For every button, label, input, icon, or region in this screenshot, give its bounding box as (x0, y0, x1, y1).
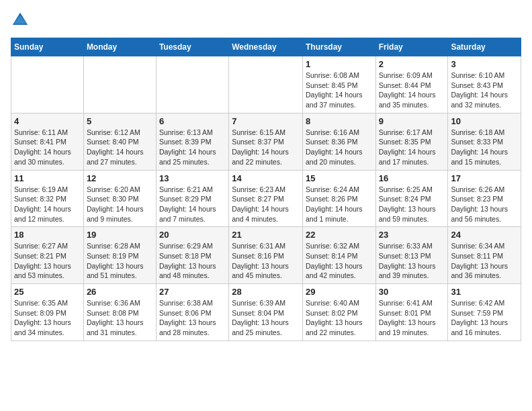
header-monday: Monday (83, 38, 156, 56)
day-detail: Sunrise: 6:27 AM Sunset: 8:21 PM Dayligh… (14, 241, 81, 281)
day-detail: Sunrise: 6:25 AM Sunset: 8:24 PM Dayligh… (379, 185, 445, 224)
calendar-cell: 26Sunrise: 6:36 AM Sunset: 8:08 PM Dayli… (83, 284, 156, 341)
day-detail: Sunrise: 6:41 AM Sunset: 8:01 PM Dayligh… (379, 298, 445, 338)
day-detail: Sunrise: 6:20 AM Sunset: 8:30 PM Dayligh… (87, 185, 153, 224)
calendar-cell: 28Sunrise: 6:39 AM Sunset: 8:04 PM Dayli… (229, 284, 303, 341)
calendar-cell: 2Sunrise: 6:09 AM Sunset: 8:44 PM Daylig… (375, 56, 448, 113)
day-number: 4 (14, 116, 81, 126)
day-number: 31 (451, 287, 518, 297)
calendar-cell: 7Sunrise: 6:15 AM Sunset: 8:37 PM Daylig… (229, 113, 303, 170)
calendar-cell: 3Sunrise: 6:10 AM Sunset: 8:43 PM Daylig… (448, 56, 521, 113)
calendar-cell: 24Sunrise: 6:34 AM Sunset: 8:11 PM Dayli… (448, 227, 521, 284)
day-detail: Sunrise: 6:32 AM Sunset: 8:14 PM Dayligh… (306, 241, 373, 281)
day-detail: Sunrise: 6:42 AM Sunset: 7:59 PM Dayligh… (451, 298, 518, 338)
calendar-body: 1Sunrise: 6:08 AM Sunset: 8:45 PM Daylig… (11, 56, 521, 341)
week-row-1: 4Sunrise: 6:11 AM Sunset: 8:41 PM Daylig… (11, 113, 521, 170)
calendar-cell: 6Sunrise: 6:13 AM Sunset: 8:39 PM Daylig… (156, 113, 228, 170)
day-number: 29 (306, 287, 373, 297)
day-number: 17 (451, 173, 518, 183)
header-thursday: Thursday (302, 38, 375, 56)
day-number: 7 (232, 116, 300, 126)
day-number: 23 (379, 230, 445, 240)
day-detail: Sunrise: 6:29 AM Sunset: 8:18 PM Dayligh… (159, 241, 226, 281)
day-detail: Sunrise: 6:17 AM Sunset: 8:35 PM Dayligh… (379, 128, 445, 167)
day-detail: Sunrise: 6:26 AM Sunset: 8:23 PM Dayligh… (451, 185, 518, 224)
calendar-cell: 20Sunrise: 6:29 AM Sunset: 8:18 PM Dayli… (156, 227, 228, 284)
day-detail: Sunrise: 6:21 AM Sunset: 8:29 PM Dayligh… (159, 185, 226, 224)
header-friday: Friday (375, 38, 448, 56)
day-detail: Sunrise: 6:34 AM Sunset: 8:11 PM Dayligh… (451, 241, 518, 281)
day-detail: Sunrise: 6:31 AM Sunset: 8:16 PM Dayligh… (232, 241, 300, 281)
day-number: 1 (306, 59, 373, 69)
day-number: 8 (306, 116, 373, 126)
day-number: 12 (87, 173, 153, 183)
calendar-cell: 11Sunrise: 6:19 AM Sunset: 8:32 PM Dayli… (11, 170, 84, 227)
day-detail: Sunrise: 6:23 AM Sunset: 8:27 PM Dayligh… (232, 185, 300, 224)
calendar-cell: 12Sunrise: 6:20 AM Sunset: 8:30 PM Dayli… (83, 170, 156, 227)
calendar-cell: 25Sunrise: 6:35 AM Sunset: 8:09 PM Dayli… (11, 284, 84, 341)
calendar-cell: 29Sunrise: 6:40 AM Sunset: 8:02 PM Dayli… (302, 284, 375, 341)
day-number: 26 (87, 287, 153, 297)
calendar-cell: 21Sunrise: 6:31 AM Sunset: 8:16 PM Dayli… (229, 227, 303, 284)
calendar-cell: 17Sunrise: 6:26 AM Sunset: 8:23 PM Dayli… (448, 170, 521, 227)
calendar-cell: 19Sunrise: 6:28 AM Sunset: 8:19 PM Dayli… (83, 227, 156, 284)
calendar-cell (11, 56, 84, 113)
day-detail: Sunrise: 6:28 AM Sunset: 8:19 PM Dayligh… (87, 241, 153, 281)
header-tuesday: Tuesday (156, 38, 228, 56)
svg-marker-1 (13, 15, 27, 24)
calendar-cell: 9Sunrise: 6:17 AM Sunset: 8:35 PM Daylig… (375, 113, 448, 170)
page-header (11, 11, 521, 30)
calendar-cell: 15Sunrise: 6:24 AM Sunset: 8:26 PM Dayli… (302, 170, 375, 227)
header-wednesday: Wednesday (229, 38, 303, 56)
calendar-cell (229, 56, 303, 113)
day-number: 27 (159, 287, 226, 297)
day-number: 11 (14, 173, 81, 183)
day-number: 14 (232, 173, 300, 183)
day-detail: Sunrise: 6:19 AM Sunset: 8:32 PM Dayligh… (14, 185, 81, 224)
day-detail: Sunrise: 6:11 AM Sunset: 8:41 PM Dayligh… (14, 128, 81, 167)
calendar-cell: 18Sunrise: 6:27 AM Sunset: 8:21 PM Dayli… (11, 227, 84, 284)
calendar-table: SundayMondayTuesdayWednesdayThursdayFrid… (11, 38, 521, 341)
week-row-0: 1Sunrise: 6:08 AM Sunset: 8:45 PM Daylig… (11, 56, 521, 113)
calendar-cell: 16Sunrise: 6:25 AM Sunset: 8:24 PM Dayli… (375, 170, 448, 227)
day-detail: Sunrise: 6:16 AM Sunset: 8:36 PM Dayligh… (306, 128, 373, 167)
day-number: 15 (306, 173, 373, 183)
calendar-cell: 5Sunrise: 6:12 AM Sunset: 8:40 PM Daylig… (83, 113, 156, 170)
calendar-cell: 10Sunrise: 6:18 AM Sunset: 8:33 PM Dayli… (448, 113, 521, 170)
calendar-cell: 13Sunrise: 6:21 AM Sunset: 8:29 PM Dayli… (156, 170, 228, 227)
day-number: 16 (379, 173, 445, 183)
day-detail: Sunrise: 6:09 AM Sunset: 8:44 PM Dayligh… (379, 71, 445, 110)
day-number: 24 (451, 230, 518, 240)
header-row: SundayMondayTuesdayWednesdayThursdayFrid… (11, 38, 521, 56)
calendar-cell: 30Sunrise: 6:41 AM Sunset: 8:01 PM Dayli… (375, 284, 448, 341)
day-number: 9 (379, 116, 445, 126)
logo-icon (11, 11, 30, 30)
day-detail: Sunrise: 6:38 AM Sunset: 8:06 PM Dayligh… (159, 298, 226, 338)
day-number: 3 (451, 59, 518, 69)
day-detail: Sunrise: 6:10 AM Sunset: 8:43 PM Dayligh… (451, 71, 518, 110)
calendar-cell: 27Sunrise: 6:38 AM Sunset: 8:06 PM Dayli… (156, 284, 228, 341)
day-detail: Sunrise: 6:40 AM Sunset: 8:02 PM Dayligh… (306, 298, 373, 338)
day-number: 25 (14, 287, 81, 297)
day-number: 5 (87, 116, 153, 126)
calendar-cell (156, 56, 228, 113)
day-number: 10 (451, 116, 518, 126)
calendar-cell: 23Sunrise: 6:33 AM Sunset: 8:13 PM Dayli… (375, 227, 448, 284)
week-row-4: 25Sunrise: 6:35 AM Sunset: 8:09 PM Dayli… (11, 284, 521, 341)
day-number: 2 (379, 59, 445, 69)
day-number: 6 (159, 116, 226, 126)
header-saturday: Saturday (448, 38, 521, 56)
day-number: 28 (232, 287, 300, 297)
calendar-cell: 14Sunrise: 6:23 AM Sunset: 8:27 PM Dayli… (229, 170, 303, 227)
week-row-3: 18Sunrise: 6:27 AM Sunset: 8:21 PM Dayli… (11, 227, 521, 284)
header-sunday: Sunday (11, 38, 84, 56)
calendar-cell: 8Sunrise: 6:16 AM Sunset: 8:36 PM Daylig… (302, 113, 375, 170)
day-number: 20 (159, 230, 226, 240)
day-detail: Sunrise: 6:18 AM Sunset: 8:33 PM Dayligh… (451, 128, 518, 167)
calendar-header: SundayMondayTuesdayWednesdayThursdayFrid… (11, 38, 521, 56)
day-number: 19 (87, 230, 153, 240)
day-number: 30 (379, 287, 445, 297)
week-row-2: 11Sunrise: 6:19 AM Sunset: 8:32 PM Dayli… (11, 170, 521, 227)
day-detail: Sunrise: 6:08 AM Sunset: 8:45 PM Dayligh… (306, 71, 373, 110)
day-detail: Sunrise: 6:33 AM Sunset: 8:13 PM Dayligh… (379, 241, 445, 281)
